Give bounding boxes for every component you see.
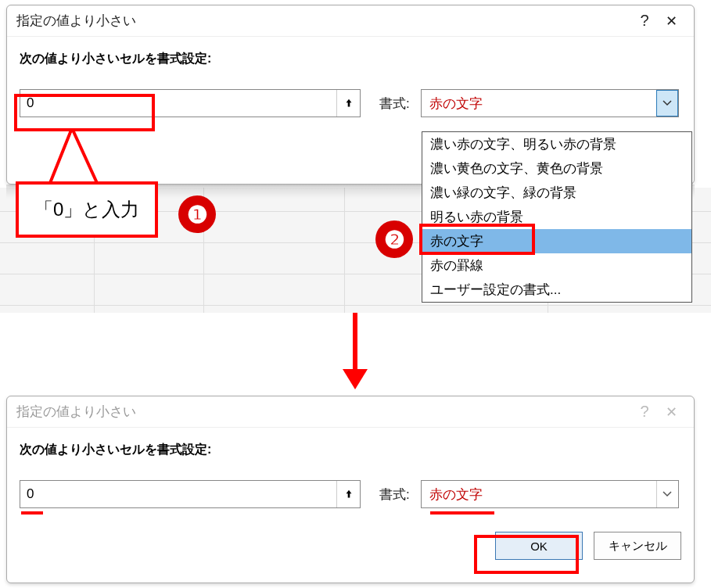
- help-button[interactable]: ?: [631, 403, 658, 421]
- format-option[interactable]: 濃い赤の文字、明るい赤の背景: [422, 132, 691, 156]
- dialog-button-row: OK キャンセル: [7, 516, 694, 572]
- close-button[interactable]: ✕: [658, 403, 684, 421]
- cancel-button[interactable]: キャンセル: [594, 532, 681, 560]
- range-picker-icon[interactable]: [336, 90, 360, 117]
- format-option[interactable]: 明るい赤の背景: [422, 205, 691, 229]
- titlebar: 指定の値より小さい ? ✕: [7, 396, 694, 428]
- prompt-label: 次の値より小さいセルを書式設定:: [20, 51, 681, 67]
- format-option[interactable]: 赤の罫線: [422, 253, 691, 278]
- threshold-field-wrap: [20, 480, 361, 508]
- dialog-title: 指定の値より小さい: [16, 12, 631, 30]
- format-label: 書式:: [379, 486, 410, 504]
- format-option[interactable]: 濃い黄色の文字、黄色の背景: [422, 156, 691, 181]
- dialog-title: 指定の値より小さい: [16, 403, 631, 421]
- threshold-field-wrap: [20, 89, 361, 117]
- step-badge-1: ❶: [178, 195, 216, 233]
- format-label: 書式:: [379, 95, 410, 113]
- annotation-underline-value: [21, 511, 43, 514]
- ok-button[interactable]: OK: [495, 532, 583, 560]
- format-option[interactable]: 濃い緑の文字、緑の背景: [422, 181, 691, 205]
- callout-box: 「0」と入力: [16, 181, 158, 238]
- less-than-dialog-bottom: 指定の値より小さい ? ✕ 次の値より小さいセルを書式設定: 書式: 赤の文字 …: [6, 396, 695, 583]
- close-button[interactable]: ✕: [658, 13, 684, 30]
- annotation-underline-format: [430, 511, 494, 514]
- format-select[interactable]: 赤の文字: [421, 89, 679, 117]
- range-picker-icon[interactable]: [336, 481, 360, 507]
- callout-tail-icon: [45, 128, 108, 188]
- format-selected-text: 赤の文字: [422, 95, 656, 113]
- format-option-selected[interactable]: 赤の文字: [422, 229, 691, 253]
- threshold-input[interactable]: [20, 92, 336, 114]
- format-option[interactable]: ユーザー設定の書式...: [422, 278, 691, 302]
- prompt-label: 次の値より小さいセルを書式設定:: [20, 442, 681, 458]
- step-badge-2: ❷: [375, 220, 413, 258]
- chevron-down-icon[interactable]: [656, 481, 678, 507]
- titlebar: 指定の値より小さい ? ✕: [7, 5, 694, 37]
- format-selected-text: 赤の文字: [422, 486, 656, 504]
- callout-text: 「0」と入力: [34, 199, 139, 220]
- down-arrow-icon: [336, 311, 374, 391]
- help-button[interactable]: ?: [631, 12, 658, 30]
- chevron-down-icon[interactable]: [656, 90, 678, 117]
- threshold-input[interactable]: [20, 483, 336, 505]
- format-select[interactable]: 赤の文字: [421, 480, 679, 508]
- svg-marker-3: [343, 369, 368, 389]
- format-dropdown-list: 濃い赤の文字、明るい赤の背景 濃い黄色の文字、黄色の背景 濃い緑の文字、緑の背景…: [422, 131, 692, 303]
